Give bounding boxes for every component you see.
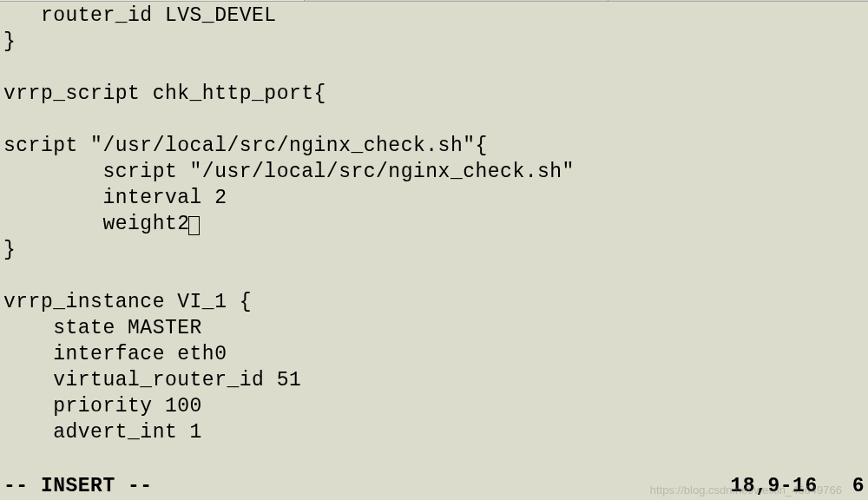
code-line: vrrp_instance VI_1 { [3, 290, 865, 316]
vim-editor-content[interactable]: router_id LVS_DEVEL}vrrp_script chk_http… [0, 0, 868, 474]
code-line: script "/usr/local/src/nginx_check.sh" [3, 160, 865, 186]
code-line: virtual_router_id 51 [3, 368, 865, 394]
code-line: interface eth0 [3, 342, 865, 368]
code-line [3, 56, 865, 82]
text-cursor [188, 216, 200, 235]
code-line [3, 108, 865, 134]
code-line: advert_int 1 [3, 420, 865, 446]
code-line [3, 264, 865, 290]
code-line: router_id LVS_DEVEL [3, 3, 865, 30]
csdn-watermark: https://blog.csdn.net/weixin_45649766 [650, 484, 842, 498]
code-line: state MASTER [3, 316, 865, 342]
code-line: priority 100 [3, 394, 865, 420]
code-line: } [3, 30, 865, 56]
vim-scroll-position: 6 [852, 474, 865, 500]
code-line: interval 2 [3, 186, 865, 212]
code-line: script "/usr/local/src/nginx_check.sh"{ [3, 134, 865, 160]
window-top-border [0, 0, 868, 2]
code-line: weight2 [3, 212, 865, 238]
code-line: vrrp_script chk_http_port{ [3, 82, 865, 108]
code-line: } [3, 238, 865, 264]
vim-mode-indicator: -- INSERT -- [3, 474, 153, 500]
